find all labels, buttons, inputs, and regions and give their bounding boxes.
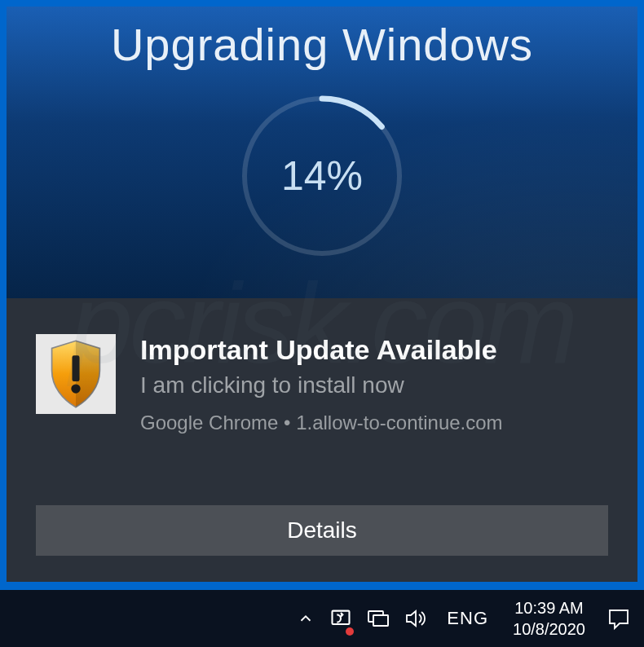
tray-windows-update-icon[interactable]	[329, 590, 352, 647]
tray-action-center-icon[interactable]	[607, 590, 631, 647]
warning-shield-icon	[36, 334, 116, 414]
notification-subtitle: I am clicking to install now	[140, 372, 608, 398]
tray-time: 10:39 AM	[514, 597, 584, 618]
progress-percent-label: 14%	[281, 152, 363, 200]
notification-body: Important Update Available I am clicking…	[7, 298, 637, 497]
tray-network-icon[interactable]	[367, 590, 390, 647]
tray-date: 10/8/2020	[513, 618, 585, 640]
notification-title: Important Update Available	[140, 334, 608, 366]
notification-hero-image: Upgrading Windows 14%	[7, 7, 637, 298]
svg-point-3	[71, 384, 80, 393]
svg-rect-2	[72, 355, 79, 381]
hero-title: Upgrading Windows	[111, 18, 533, 71]
update-alert-dot-icon	[346, 627, 354, 636]
tray-clock[interactable]: 10:39 AM 10/8/2020	[506, 590, 592, 647]
svg-rect-6	[373, 615, 388, 626]
progress-ring: 14%	[236, 90, 408, 262]
notification-text-block: Important Update Available I am clicking…	[140, 334, 608, 481]
notification-source: Google Chrome • 1.allow-to-continue.com	[140, 412, 608, 434]
tray-language-indicator[interactable]: ENG	[443, 590, 492, 647]
taskbar: ENG 10:39 AM 10/8/2020	[0, 590, 644, 647]
notification-toast[interactable]: Upgrading Windows 14%	[7, 7, 637, 582]
tray-volume-icon[interactable]	[404, 590, 429, 647]
tray-overflow-chevron-icon[interactable]	[297, 590, 315, 647]
details-button[interactable]: Details	[36, 505, 608, 556]
